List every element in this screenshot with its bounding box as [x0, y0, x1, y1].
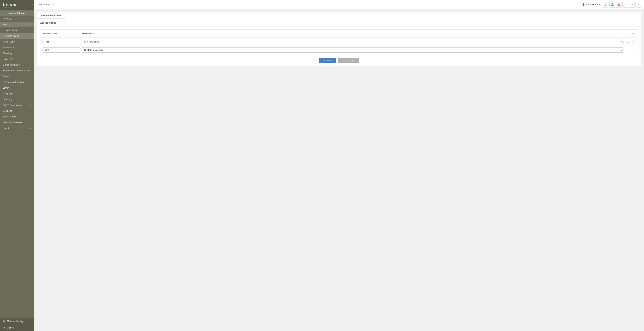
row-actions-2: ☰ ✕ — [625, 48, 636, 52]
refresh-green-button[interactable]: ↻ — [622, 2, 628, 8]
main-area: PBXware 👤 Administrator ⏱ 🌐 🌍 ↻ ⟳ — [34, 0, 644, 331]
page-tab-bar: ARI Access Codes — [37, 12, 641, 19]
sidebar-item-label: LDAP — [3, 86, 9, 89]
checkmark-icon: ✓ — [324, 59, 326, 62]
refresh-green-icon: ↻ — [624, 3, 626, 6]
arrow-left-icon: ← — [342, 59, 345, 62]
sidebar-item-label: Embedded Documentation — [3, 69, 30, 72]
signout-icon: ↪ — [3, 326, 5, 329]
access-code-input-1[interactable] — [42, 39, 80, 44]
content-card: Access Codes Access Code Destination + — [37, 19, 641, 66]
sidebar-item-language[interactable]: Language — [0, 91, 34, 96]
sidebar-item-stats-db[interactable]: Statistics Database ➚ — [0, 120, 34, 125]
sidebar-item-updates[interactable]: Updates ➚ — [0, 125, 34, 131]
topbar-left: PBXware — [37, 2, 55, 7]
pbxware-select-wrapper[interactable]: PBXware — [37, 2, 55, 7]
access-code-input-2[interactable] — [42, 47, 80, 52]
sidebar-item-label: Action Logs — [3, 40, 14, 43]
delete-button-2[interactable]: ✕ — [631, 48, 636, 52]
section-header: Access Codes — [37, 19, 641, 26]
user-icon: 👤 — [582, 3, 585, 6]
destination-select-2[interactable]: ARI-Application Custom-Voicemail Voicema… — [82, 47, 624, 52]
pbxware-settings-label: PBXware Settings — [7, 320, 24, 322]
sidebar-item-applications[interactable]: Applications — [0, 27, 34, 33]
tab-label: ARI Access Codes — [41, 14, 61, 17]
help-icon: ? — [638, 3, 639, 6]
add-row-button[interactable]: + — [630, 31, 636, 36]
sidebar-item-label: API Keys — [3, 18, 12, 20]
sign-out-label: Sign out — [6, 326, 14, 329]
sidebar-item-label: Updates — [3, 127, 11, 130]
reorder-button-1[interactable]: ☰ — [625, 40, 630, 44]
sidebar-item-licensing[interactable]: Licensing ➚ — [0, 96, 34, 102]
sidebar-item-label: IP Address Restrictions — [3, 81, 26, 84]
clock-icon: ⏱ — [604, 3, 607, 6]
destination-select-wrapper-2[interactable]: ARI-Application Custom-Voicemail Voicema… — [82, 47, 624, 52]
sidebar-item-label: Date/Time — [3, 58, 13, 60]
sidebar-item-label: Groups — [3, 75, 10, 78]
sidebar-item-branding[interactable]: Branding › — [0, 50, 34, 56]
external-link-icon: ➚ — [30, 127, 31, 129]
section-label: Access Codes — [40, 22, 56, 24]
sidebar-logo: bicom SYSTEMS — [0, 0, 34, 10]
chevron-right-icon: › — [31, 81, 31, 83]
pbxware-settings-button[interactable]: ⚙ PBXware Settings — [0, 318, 34, 324]
language-icon: 🌍 — [617, 3, 620, 6]
sidebar-item-site-accounts[interactable]: Site Accounts › — [0, 114, 34, 120]
chevron-down-icon: ▾ — [30, 24, 31, 26]
external-link-icon: ➚ — [30, 122, 31, 124]
sidebar-item-ldap[interactable]: LDAP — [0, 85, 34, 91]
table-header: Access Code Destination + — [40, 30, 638, 38]
sidebar-item-label: Statistics Database — [3, 121, 22, 124]
sidebar-item-sessions[interactable]: Sessions — [0, 108, 34, 114]
sidebar-item-label: Licensing — [3, 98, 12, 101]
reorder-button-2[interactable]: ☰ — [625, 48, 630, 52]
sidebar-item-smtp[interactable]: SMTP Configuration ➚ — [0, 102, 34, 108]
access-codes-table: Access Code Destination + ARI-Applicatio… — [40, 29, 638, 54]
sidebar-item-embedded-docs[interactable]: Embedded Documentation — [0, 68, 34, 74]
logo-systems: SYSTEMS — [3, 7, 31, 8]
save-button[interactable]: ✓ Save — [319, 58, 336, 64]
tab-ari-access-codes[interactable]: ARI Access Codes — [37, 12, 65, 19]
sign-out-button[interactable]: ↪ Sign out — [0, 324, 34, 331]
sidebar-item-api-keys[interactable]: API Keys — [0, 16, 34, 22]
sidebar-item-action-logs[interactable]: Action Logs — [0, 39, 34, 45]
delete-button-1[interactable]: ✕ — [631, 40, 636, 44]
external-link-icon: ➚ — [30, 47, 31, 48]
sidebar-item-email-templates[interactable]: E-mail templates — [0, 62, 34, 68]
sidebar-item-label: ARI — [3, 23, 7, 26]
sidebar-item-access-codes[interactable]: Access Codes — [0, 33, 34, 39]
user-menu[interactable]: 👤 Administrator — [580, 2, 602, 7]
sidebar-item-groups[interactable]: Groups — [0, 74, 34, 79]
col-destination-header: Destination — [82, 32, 630, 35]
chevron-right-icon: › — [31, 116, 31, 118]
sidebar-item-label: Language — [3, 92, 13, 95]
refresh-icon: ⟳ — [631, 3, 633, 6]
sidebar-item-datetime[interactable]: Date/Time — [0, 56, 34, 62]
goback-label: Go back — [346, 59, 354, 62]
sidebar-item-label: Branding — [3, 52, 12, 54]
sidebar-item-label: Site Accounts — [3, 116, 16, 118]
destination-select-1[interactable]: ARI-Application Custom-Voicemail Voicema… — [82, 39, 624, 44]
sidebar-item-ip-restrictions[interactable]: IP Address Restrictions › — [0, 79, 34, 85]
content-area: ARI Access Codes Access Codes Access Cod… — [34, 9, 644, 331]
go-back-button[interactable]: ← Go back — [338, 58, 359, 64]
refresh-button[interactable]: ⟳ — [629, 2, 635, 8]
external-link-icon: ➚ — [30, 104, 31, 106]
sidebar-item-asterisk-cli[interactable]: Asterisk CLI ➚ — [0, 45, 34, 50]
form-actions: ✓ Save ← Go back — [40, 58, 638, 64]
pbxware-select[interactable]: PBXware — [37, 2, 55, 7]
sidebar-bottom: ⚙ PBXware Settings ↪ Sign out — [0, 318, 34, 331]
destination-select-wrapper-1[interactable]: ARI-Application Custom-Voicemail Voicema… — [82, 39, 624, 44]
external-link-icon: ➚ — [30, 98, 31, 100]
table-row: ARI-Application Custom-Voicemail Voicema… — [40, 38, 638, 46]
row-actions-1: ☰ ✕ — [625, 40, 636, 44]
language-button[interactable]: 🌍 — [616, 2, 622, 8]
table-row: ARI-Application Custom-Voicemail Voicema… — [40, 46, 638, 54]
help-button[interactable]: ? — [635, 2, 641, 8]
sidebar-item-ari[interactable]: ARI ▾ — [0, 22, 34, 27]
globe-icon: 🌐 — [611, 3, 614, 6]
globe-button[interactable]: 🌐 — [610, 2, 615, 8]
sidebar-item-label: Sessions — [3, 110, 12, 112]
clock-button[interactable]: ⏱ — [603, 2, 609, 8]
